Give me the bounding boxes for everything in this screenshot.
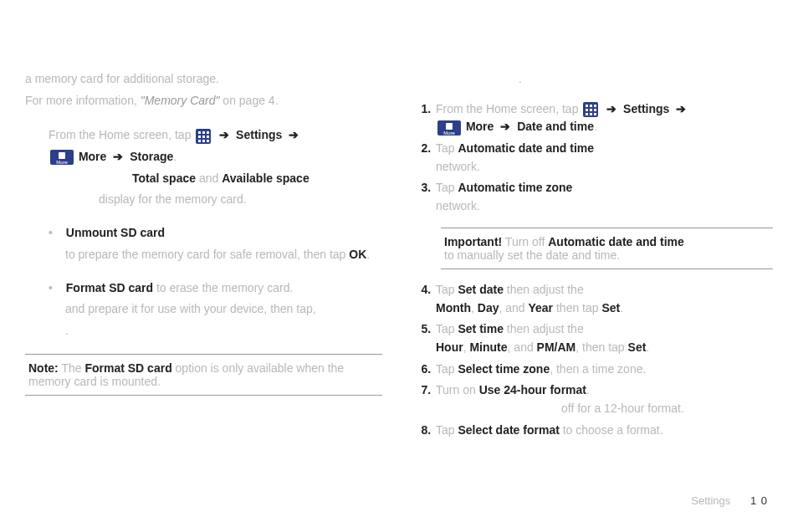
auto-datetime: Automatic date and time: [458, 141, 594, 155]
hour: Hour: [436, 340, 463, 354]
auto-tz: Automatic time zone: [458, 181, 572, 194]
apps-icon: [196, 129, 211, 144]
step-2: Tap Automatic date and time network.: [434, 140, 773, 176]
space-tail: display for the memory card.: [49, 191, 382, 209]
steps-list: From the Home screen, tap ➔ Settings ➔ M…: [434, 100, 773, 216]
note-label: Note:: [28, 361, 59, 375]
ref-pre: For more information,: [25, 94, 137, 107]
day: Day: [478, 301, 499, 315]
svg-rect-9: [586, 105, 588, 107]
step-4: Tap Set date then adjust the Month, Day,…: [434, 281, 773, 317]
page-footer: Settings 1 0: [691, 494, 768, 507]
ampm: PM/AM: [537, 340, 576, 354]
arrow-icon: ➔: [606, 102, 616, 115]
unmount-tail1: to prepare the memory card for safe remo…: [65, 248, 300, 261]
svg-rect-8: [207, 140, 209, 142]
minute: Minute: [469, 340, 507, 354]
s7a: off for a 12-: [436, 402, 621, 415]
svg-rect-6: [198, 140, 201, 142]
unmount-label: Unmount SD card: [66, 226, 165, 239]
unmount-line: Unmount SD card: [49, 224, 382, 243]
left-column: a memory card for additional storage. Fo…: [25, 67, 382, 451]
s2-tail: network: [436, 160, 477, 173]
storage-label: Storage: [130, 150, 173, 163]
imp-tail: to manually set the date and time: [444, 248, 616, 262]
step-5: Tap Set time then adjust the Hour, Minut…: [434, 320, 773, 356]
set2: Set: [628, 340, 647, 354]
select-date-fmt: Select date format: [458, 423, 559, 437]
svg-rect-15: [586, 113, 588, 115]
step-8: Tap Select date format to choose a forma…: [434, 422, 773, 440]
page-number: 1 0: [750, 494, 768, 507]
unmount-tail2: then tap: [300, 248, 349, 261]
set-date: Set date: [458, 283, 503, 296]
svg-rect-16: [590, 113, 592, 115]
footer-section: Settings: [691, 494, 730, 507]
note-box: Note: The Format SD card option is only …: [25, 354, 382, 396]
step-3: Tap Automatic time zone network.: [434, 179, 773, 215]
important-label: Important!: [444, 235, 502, 248]
steps-list-2: Tap Set date then adjust the Month, Day,…: [434, 281, 773, 440]
svg-rect-10: [590, 105, 592, 107]
settings-label: Settings: [623, 102, 669, 115]
svg-rect-0: [198, 131, 201, 134]
intro-line: a memory card for additional storage.: [25, 70, 382, 89]
svg-rect-2: [207, 131, 209, 134]
format-line: Format SD card to erase the memory card.: [49, 279, 382, 298]
arrow-icon: ➔: [676, 102, 686, 115]
important-box: Important! Turn off Automatic date and t…: [441, 228, 773, 269]
navpath-pre: From the Home screen,: [49, 128, 171, 141]
s1-pre: From the Home screen,: [436, 102, 559, 115]
arrow-icon: ➔: [500, 120, 510, 133]
svg-rect-7: [202, 140, 205, 142]
intro-text: a memory card for additional storage: [25, 72, 216, 85]
svg-rect-13: [590, 109, 592, 111]
s7b: hour format: [621, 402, 681, 415]
space-tail-text: display for the memory card: [99, 192, 243, 206]
step-1: From the Home screen, tap ➔ Settings ➔ M…: [434, 100, 773, 136]
apps-icon: [583, 102, 598, 117]
more-label: More: [466, 120, 494, 133]
s8-tail: to choose a format: [563, 423, 660, 437]
format-label: Format SD card: [66, 281, 153, 294]
right-column: . From the Home screen, tap ➔ Settings ➔…: [416, 67, 773, 451]
ref-post: .: [275, 94, 279, 107]
step-6: Tap Select time zone, then a time zone.: [434, 361, 773, 379]
more-icon: [50, 150, 74, 165]
space-line: Total space and Available space: [49, 170, 382, 188]
r-intro: .: [416, 70, 773, 89]
ref-mid: on page: [219, 94, 268, 107]
settings-label: Settings: [236, 128, 282, 141]
set: Set: [601, 301, 620, 315]
datetime-label: Date and time: [517, 120, 594, 133]
nav-path-line1: From the Home screen, tap ➔ Settings ➔: [49, 126, 382, 145]
s3-tail: network: [436, 199, 477, 212]
arrow-icon: ➔: [289, 128, 299, 141]
svg-rect-1: [202, 131, 205, 134]
select-tz: Select time zone: [458, 362, 550, 376]
svg-rect-14: [594, 109, 596, 111]
note-format: Format SD card: [84, 361, 171, 375]
svg-rect-3: [198, 136, 201, 138]
set-time: Set time: [458, 322, 503, 335]
svg-rect-4: [202, 136, 205, 138]
unmount-tail: to prepare the memory card for safe remo…: [49, 246, 382, 264]
page: a memory card for additional storage. Fo…: [0, 0, 798, 468]
arrow-icon: ➔: [113, 150, 123, 163]
more-icon: [437, 120, 461, 136]
format-tail: and prepare it for use with your device,…: [49, 300, 382, 319]
ref-link: "Memory Card": [141, 94, 220, 107]
ok-label: OK: [349, 248, 366, 261]
navpath-tap: tap: [171, 128, 194, 141]
available-space: Available space: [222, 171, 309, 185]
svg-rect-11: [594, 105, 596, 107]
more-label: More: [79, 150, 106, 163]
s6-tail: then a time zone: [556, 362, 643, 376]
svg-rect-17: [594, 113, 596, 115]
use-24h: Use 24-hour format: [479, 383, 586, 396]
format-tail2: .: [49, 322, 382, 340]
step-7: Turn on Use 24-hour format. off for a 12…: [434, 381, 773, 417]
format-mid: to erase the memory card: [153, 281, 289, 294]
format-tail1: and prepare it for use with your device,…: [65, 302, 316, 315]
ref-page: 4: [269, 94, 275, 107]
